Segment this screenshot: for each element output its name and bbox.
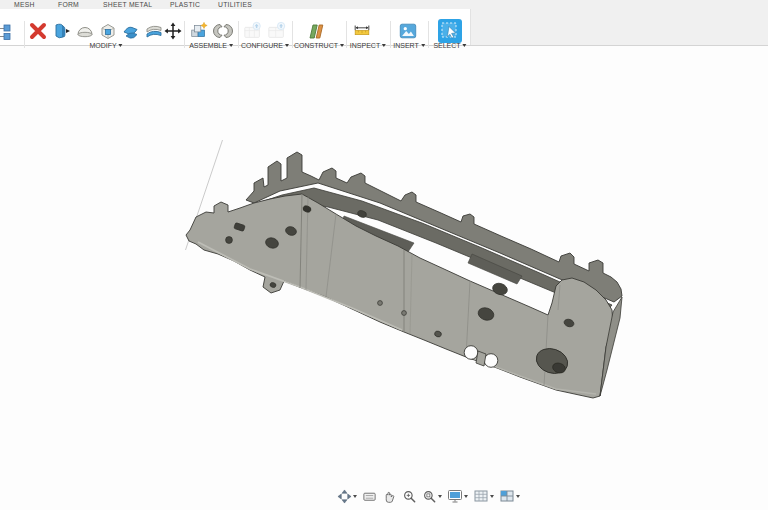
chevron-down-icon xyxy=(382,44,386,47)
chevron-down-icon xyxy=(490,495,494,498)
press-pull-icon[interactable] xyxy=(51,20,71,42)
chevron-down-icon xyxy=(464,495,468,498)
insert-menu[interactable]: INSERT xyxy=(393,42,425,49)
chevron-down-icon xyxy=(516,495,520,498)
viewports-icon[interactable] xyxy=(498,487,521,505)
dome-icon[interactable] xyxy=(75,20,95,42)
toolbar-separator xyxy=(292,21,293,48)
thicken-icon[interactable] xyxy=(144,20,164,42)
model-viewport[interactable] xyxy=(0,46,768,510)
toolbar-ribbon: MESH FORM SHEET METAL PLASTIC UTILITIES xyxy=(0,0,768,46)
construction-plane-icon[interactable] xyxy=(305,20,325,42)
tab-form[interactable]: FORM xyxy=(58,0,79,9)
delete-icon[interactable] xyxy=(28,20,48,42)
select-icon[interactable] xyxy=(438,19,462,43)
chevron-down-icon xyxy=(438,495,442,498)
joint-icon[interactable] xyxy=(213,20,233,42)
modify-menu[interactable]: MODIFY xyxy=(89,42,122,49)
inspect-menu[interactable]: INSPECT xyxy=(350,42,386,49)
new-component-icon[interactable] xyxy=(189,20,209,42)
chevron-down-icon xyxy=(421,44,425,47)
look-at-icon[interactable] xyxy=(361,488,378,505)
freeform-edit-icon[interactable] xyxy=(121,20,141,42)
tab-sheet-metal[interactable]: SHEET METAL xyxy=(103,0,152,9)
chevron-down-icon xyxy=(119,44,123,47)
construct-menu[interactable]: CONSTRUCT xyxy=(294,42,344,49)
toolbar-separator xyxy=(184,21,185,48)
hierarchy-icon[interactable] xyxy=(0,20,14,42)
toolbar-separator xyxy=(428,21,429,48)
chevron-down-icon xyxy=(340,44,344,47)
configuration-table-icon[interactable] xyxy=(243,20,263,42)
grid-and-snaps-icon[interactable] xyxy=(472,487,495,505)
tab-mesh[interactable]: MESH xyxy=(14,0,35,9)
toolbar-separator xyxy=(346,21,347,48)
tab-utilities[interactable]: UTILITIES xyxy=(218,0,252,9)
chevron-down-icon xyxy=(463,44,467,47)
chevron-down-icon xyxy=(353,495,357,498)
zoom-icon[interactable] xyxy=(401,488,418,505)
measure-icon[interactable] xyxy=(352,20,372,42)
orbit-icon[interactable] xyxy=(336,488,358,505)
select-menu[interactable]: SELECT xyxy=(433,42,466,49)
toolbar-separator xyxy=(24,21,25,48)
sheet-metal-model[interactable] xyxy=(0,0,768,510)
fit-icon[interactable] xyxy=(421,488,443,505)
view-navigation-bar xyxy=(336,487,521,505)
configuration-insert-icon[interactable] xyxy=(267,20,287,42)
corner-cube-icon[interactable] xyxy=(98,20,118,42)
chevron-down-icon xyxy=(229,44,233,47)
tab-plastic[interactable]: PLASTIC xyxy=(170,0,200,9)
toolbar-separator xyxy=(390,21,391,48)
configure-menu[interactable]: CONFIGURE xyxy=(241,42,289,49)
assemble-menu[interactable]: ASSEMBLE xyxy=(189,42,233,49)
move-icon[interactable] xyxy=(163,20,183,42)
insert-image-icon[interactable] xyxy=(398,20,418,42)
toolbar-panel: MODIFY ASSEMBLE xyxy=(0,9,471,45)
pan-icon[interactable] xyxy=(381,488,398,505)
display-settings-icon[interactable] xyxy=(446,487,469,505)
fusion-app-window: MESH FORM SHEET METAL PLASTIC UTILITIES xyxy=(0,0,768,510)
chevron-down-icon xyxy=(285,44,289,47)
toolbar-separator xyxy=(238,21,239,48)
